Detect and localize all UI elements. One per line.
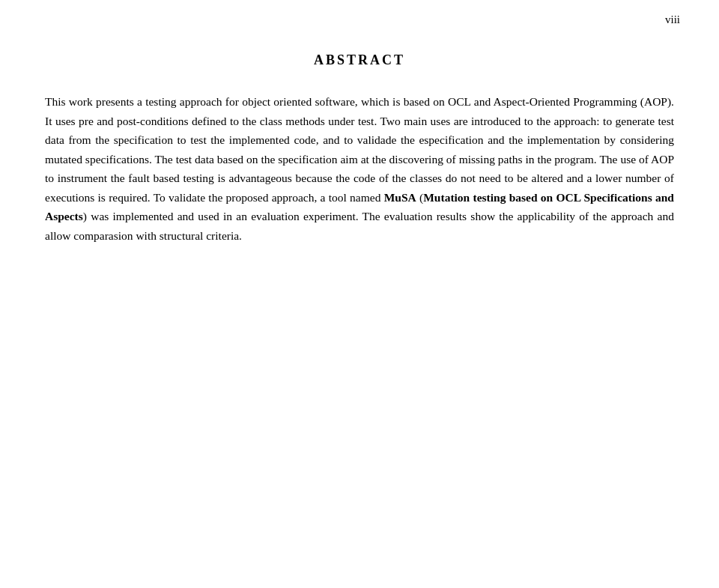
musa-bold: MuSA: [384, 191, 416, 204]
page: viii ABSTRACT This work presents a testi…: [0, 0, 719, 588]
abstract-paragraph: This work presents a testing approach fo…: [45, 92, 674, 246]
mutation-bold: Mutation testing based on OCL Specificat…: [45, 191, 674, 223]
abstract-body: This work presents a testing approach fo…: [45, 92, 674, 246]
abstract-title: ABSTRACT: [45, 52, 674, 68]
page-number: viii: [665, 13, 680, 26]
